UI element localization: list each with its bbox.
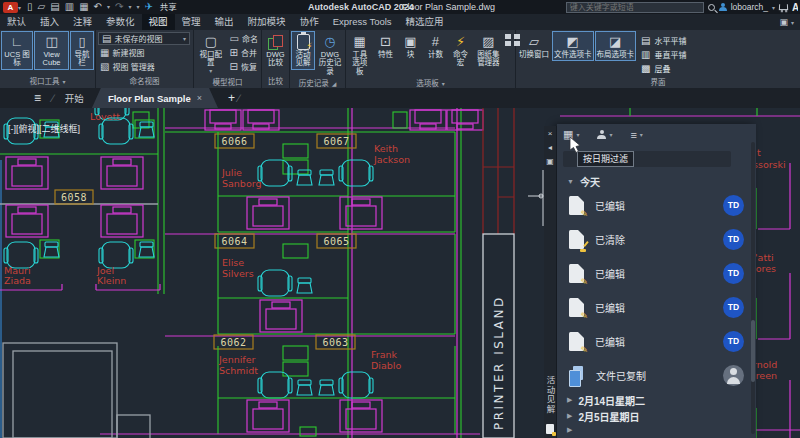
new-view-button[interactable]: ▦新建视图 — [98, 46, 146, 59]
panel-label-palettes[interactable]: 选项板▾ — [346, 78, 515, 90]
user-caret[interactable]: ▾ — [772, 4, 775, 11]
ribbon-display-caret[interactable]: ▾ — [791, 19, 794, 26]
tool-palettes-button[interactable]: ▦工具选项板 — [347, 31, 372, 78]
switch-windows-button[interactable]: ▱切换窗口 — [517, 31, 551, 61]
close-icon[interactable]: × — [548, 130, 553, 138]
new-file-icon[interactable]: ▯ — [27, 2, 33, 12]
activity-item-purged[interactable]: 已清除 TD — [557, 222, 750, 256]
activity-item-edited-3[interactable]: ✎ 已编辑 TD — [557, 290, 750, 324]
panel-scrollbar[interactable] — [751, 142, 755, 434]
name-keith-first: Keith — [374, 143, 398, 154]
undo-icon[interactable]: ↶ — [94, 2, 102, 12]
app-logo-icon[interactable]: A — [3, 2, 18, 13]
redo-caret[interactable]: ▾ — [128, 2, 131, 12]
viewport-restore-button[interactable]: ⊟恢复 — [228, 60, 259, 73]
view-cube-button[interactable]: ◫View Cube — [34, 31, 69, 70]
tab-featured-apps[interactable]: 精选应用 — [399, 14, 451, 30]
tab-parametric[interactable]: 参数化 — [99, 14, 142, 30]
panel-label-named-views[interactable]: 命名视图 — [96, 76, 193, 88]
sheet-set-manager-button[interactable]: ▨图纸集管理器 — [473, 31, 503, 70]
panel-label-history[interactable]: 历史记录◢ — [290, 78, 345, 90]
date-group-feb5[interactable]: ▶2月5日星期日 — [557, 408, 750, 424]
view-dropdown[interactable]: ▤未保存的视图▾ — [98, 32, 190, 45]
search-icon[interactable] — [708, 4, 715, 11]
avatar-td[interactable]: TD — [723, 229, 744, 250]
filter-by-type-button[interactable]: ≡▾ — [630, 129, 642, 141]
new-tab-button[interactable]: + — [228, 91, 235, 105]
file-tabs-button[interactable]: ◩文件选项卡 — [552, 31, 594, 61]
undo-caret[interactable]: ▾ — [107, 2, 110, 12]
tab-express-tools[interactable]: Express Tools — [326, 14, 399, 30]
activity-item-edited-2[interactable]: ✎ 已编辑 TD — [557, 256, 750, 290]
command-macros-button[interactable]: ⚡命令宏 — [448, 31, 472, 70]
app-menu-caret[interactable]: ▾ — [18, 4, 21, 11]
avatar-td[interactable]: TD — [723, 195, 744, 216]
viewport-config-button[interactable]: ▢视口配置▾ — [195, 31, 227, 77]
viewport-named-button[interactable]: ▭命名 — [228, 32, 260, 45]
panel-label-compare[interactable]: 比较 — [262, 76, 289, 88]
properties-button[interactable]: ⊡特性 — [373, 31, 397, 61]
share-label[interactable]: 共享 — [160, 2, 177, 12]
dwg-compare-button[interactable]: DWG 比较 — [263, 31, 288, 70]
navigation-bar-button[interactable]: ▯导航栏 — [70, 31, 94, 70]
tab-view[interactable]: 视图 — [142, 14, 175, 30]
panel-label-viewport-tools[interactable]: 视口工具▾ — [0, 76, 95, 88]
username[interactable]: loboarch_ — [731, 2, 768, 12]
avatar-td[interactable]: TD — [723, 297, 744, 318]
section-today[interactable]: ▼今天 — [557, 174, 610, 189]
view-manager-button[interactable]: ▧视图 管理器 — [98, 60, 157, 73]
activity-item-edited-1[interactable]: ✎ 已编辑 TD — [557, 188, 750, 222]
app-store-cart-icon[interactable] — [779, 4, 788, 10]
dwg-history-button[interactable]: ◷DWG 历史记录 — [316, 31, 344, 78]
activity-item-edited-4[interactable]: ✎ 已编辑 TD — [557, 324, 750, 358]
avatar-td[interactable]: TD — [723, 263, 744, 284]
tab-manage[interactable]: 管理 — [175, 14, 208, 30]
blocks-button[interactable]: ▣块 — [398, 31, 422, 61]
tab-collaborate[interactable]: 协作 — [293, 14, 326, 30]
document-title: Floor Plan Sample.dwg — [402, 2, 495, 12]
tab-output[interactable]: 输出 — [208, 14, 241, 30]
file-tabs-menu-icon[interactable]: ≡ — [34, 91, 41, 105]
close-tab-icon[interactable]: × — [197, 93, 202, 103]
share-icon[interactable]: ✈ — [144, 2, 152, 12]
collapse-icon[interactable]: ◂ — [548, 144, 552, 152]
scrollbar-thumb[interactable] — [751, 320, 755, 382]
count-button[interactable]: #计数 — [423, 31, 447, 61]
date-group-feb14[interactable]: ▶2月14日星期二 — [557, 392, 750, 408]
qat-customize-caret[interactable]: ▾ — [136, 2, 139, 12]
avatar-td[interactable]: TD — [723, 331, 744, 352]
tab-addins[interactable]: 附加模块 — [241, 14, 293, 30]
plot-icon[interactable]: ▦ — [79, 2, 88, 12]
cascade-button[interactable]: ▩层叠 — [641, 62, 686, 74]
activity-insights-button[interactable]: ⚡活动见解 — [291, 31, 315, 70]
properties-gear-icon[interactable]: ▣ — [546, 158, 554, 166]
date-group-partial[interactable]: ▶ — [557, 424, 750, 436]
panel-label-interface[interactable]: 界面 — [516, 77, 800, 89]
open-file-icon[interactable]: ▱ — [38, 2, 46, 12]
save-icon[interactable]: ▤ — [50, 2, 59, 12]
activity-item-copied[interactable]: 文件已复制 — [557, 358, 750, 392]
avatar-person-icon[interactable] — [723, 365, 744, 386]
tab-default[interactable]: 默认 — [0, 14, 33, 30]
search-input[interactable] — [566, 2, 704, 13]
room-label-6058: 6058 — [61, 192, 87, 203]
history-dialog-launcher-icon[interactable]: ◢ — [332, 78, 337, 90]
layout-tabs-button[interactable]: ◪布局选项卡 — [595, 31, 637, 61]
panel-label-model-viewports[interactable]: 模型视口 — [194, 77, 261, 89]
tile-horizontally-button[interactable]: ▤水平平铺 — [641, 34, 686, 46]
palette-extra-icons[interactable] — [504, 33, 514, 48]
ucs-icon-button[interactable]: ∟UCS 图标 — [1, 31, 33, 70]
tab-annotate[interactable]: 注释 — [66, 14, 99, 30]
start-tab[interactable]: 开始 — [57, 91, 92, 105]
tile-vertically-button[interactable]: ▥垂直平铺 — [641, 48, 686, 60]
tab-insert[interactable]: 插入 — [33, 14, 66, 30]
user-icon[interactable] — [719, 3, 727, 11]
viewport-join-button[interactable]: ⊞合并 — [228, 46, 259, 59]
document-tab[interactable]: Floor Plan Sample × — [92, 88, 218, 108]
viewport-controls-label[interactable]: [-][俯视][二维线框] — [8, 122, 80, 135]
autodesk-a-icon[interactable]: A — [792, 2, 798, 13]
redo-icon[interactable]: ↷ — [115, 2, 123, 12]
ribbon-display-icon[interactable]: ▣ — [779, 17, 788, 27]
filter-by-user-button[interactable]: ▾ — [597, 130, 612, 139]
save-as-icon[interactable]: ▥ — [65, 2, 74, 12]
